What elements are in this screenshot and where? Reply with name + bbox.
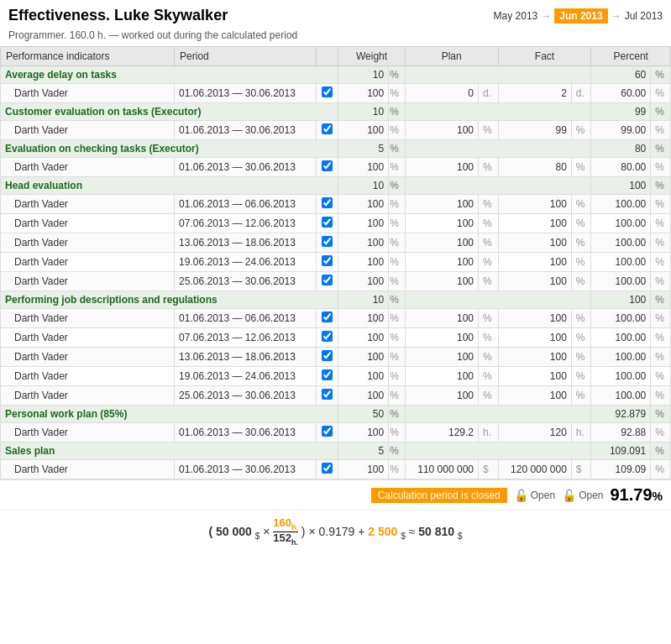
- row-weight-unit: %: [389, 233, 406, 253]
- row-fact-unit: h.: [571, 423, 591, 442]
- row-indicator: Darth Vader: [1, 121, 175, 140]
- cat-weight-pct: %: [389, 291, 406, 309]
- row-plan-unit: %: [479, 195, 499, 214]
- row-pct-end: %: [651, 272, 671, 291]
- row-weight: 100: [338, 84, 389, 103]
- row-plan-unit: %: [479, 272, 499, 291]
- row-checkbox-cell: [317, 460, 338, 479]
- open-label-1[interactable]: Open: [531, 490, 555, 501]
- cat-percent: 100: [591, 177, 651, 195]
- row-fact: 80: [498, 158, 571, 177]
- row-checkbox[interactable]: [322, 255, 333, 266]
- row-fact: 99: [498, 121, 571, 140]
- row-pct-end: %: [651, 195, 671, 214]
- formula-unit1: $: [255, 531, 260, 540]
- row-weight-unit: %: [389, 423, 406, 442]
- arrow-2: →: [611, 10, 621, 22]
- row-period: 07.06.2013 — 12.06.2013: [175, 328, 317, 348]
- row-checkbox-cell: [317, 328, 338, 348]
- cat-empty: [405, 140, 591, 158]
- row-weight: 100: [338, 253, 389, 272]
- row-checkbox[interactable]: [322, 86, 333, 97]
- th-percent: Percent: [591, 47, 671, 66]
- row-plan-unit: %: [479, 253, 499, 272]
- cat-weight: 50: [338, 406, 389, 423]
- cat-indicator: Sales plan: [1, 442, 338, 460]
- period-jun[interactable]: Jun 2013: [554, 8, 607, 24]
- row-plan-unit: %: [479, 121, 499, 140]
- row-plan: 100: [405, 272, 478, 291]
- row-checkbox[interactable]: [322, 275, 333, 285]
- closed-badge: Calculation period is closed: [371, 488, 507, 503]
- row-checkbox[interactable]: [322, 217, 333, 228]
- row-weight-unit: %: [389, 386, 406, 406]
- row-plan-unit: %: [479, 367, 499, 386]
- row-pct-end: %: [651, 348, 671, 367]
- row-checkbox-cell: [317, 121, 338, 140]
- row-period: 01.06.2013 — 30.06.2013: [175, 460, 317, 479]
- cat-pct-end: %: [651, 442, 671, 460]
- row-fact-unit: %: [571, 309, 591, 328]
- row-plan: 100: [405, 214, 478, 233]
- row-checkbox[interactable]: [322, 160, 333, 171]
- row-indicator: Darth Vader: [1, 348, 175, 367]
- row-checkbox[interactable]: [322, 426, 333, 437]
- cat-empty: [405, 177, 591, 195]
- row-fact: 100: [498, 233, 571, 253]
- row-checkbox[interactable]: [322, 312, 333, 322]
- row-checkbox[interactable]: [322, 369, 333, 380]
- cat-pct-end: %: [651, 406, 671, 423]
- row-period: 13.06.2013 — 18.06.2013: [175, 233, 317, 253]
- row-plan-unit: h.: [479, 423, 499, 442]
- row-fact: 100: [498, 328, 571, 348]
- period-may[interactable]: May 2013: [494, 10, 538, 22]
- row-checkbox[interactable]: [322, 463, 333, 474]
- open-button-1[interactable]: 🔓 Open: [514, 489, 555, 502]
- row-checkbox[interactable]: [322, 236, 333, 247]
- row-fact-unit: %: [571, 272, 591, 291]
- period-jul[interactable]: Jul 2013: [625, 10, 663, 22]
- row-checkbox[interactable]: [322, 331, 333, 342]
- open-label-2[interactable]: Open: [579, 490, 603, 501]
- row-checkbox[interactable]: [322, 123, 333, 134]
- row-pct-end: %: [651, 386, 671, 406]
- row-plan: 100: [405, 233, 478, 253]
- row-plan: 129.2: [405, 423, 478, 442]
- row-weight: 100: [338, 121, 389, 140]
- row-weight-unit: %: [389, 214, 406, 233]
- row-indicator: Darth Vader: [1, 328, 175, 348]
- cat-empty: [405, 291, 591, 309]
- table-row: Darth Vader 25.06.2013 — 30.06.2013 100 …: [1, 386, 671, 406]
- period-navigation: May 2013 → Jun 2013 → Jul 2013: [494, 8, 663, 24]
- row-weight: 100: [338, 233, 389, 253]
- category-row: Head evaluation 10 % 100 %: [1, 177, 671, 195]
- cat-weight: 5: [338, 140, 389, 158]
- lock-icon-1: 🔓: [514, 489, 528, 502]
- row-checkbox[interactable]: [322, 389, 333, 400]
- open-button-2[interactable]: 🔓 Open: [562, 489, 603, 502]
- row-fact: 100: [498, 195, 571, 214]
- row-percent: 100.00: [591, 214, 651, 233]
- row-percent: 60.00: [591, 84, 651, 103]
- row-fact-unit: %: [571, 214, 591, 233]
- row-plan: 100: [405, 328, 478, 348]
- row-period: 19.06.2013 — 24.06.2013: [175, 253, 317, 272]
- table-row: Darth Vader 01.06.2013 — 30.06.2013 100 …: [1, 84, 671, 103]
- row-weight-unit: %: [389, 121, 406, 140]
- row-fact: 100: [498, 386, 571, 406]
- cat-weight: 10: [338, 291, 389, 309]
- row-period: 01.06.2013 — 06.06.2013: [175, 195, 317, 214]
- formula-result: 50 810: [418, 525, 454, 538]
- hours-label: 160.0 h.: [70, 29, 106, 41]
- category-row: Personal work plan (85%) 50 % 92.879 %: [1, 406, 671, 423]
- row-indicator: Darth Vader: [1, 214, 175, 233]
- th-plan: Plan: [405, 47, 498, 66]
- page-header: Effectiveness. Luke Skywalker May 2013 →…: [0, 0, 671, 28]
- cat-percent: 100: [591, 291, 651, 309]
- row-percent: 100.00: [591, 328, 651, 348]
- th-fact: Fact: [498, 47, 591, 66]
- category-row: Sales plan 5 % 109.091 %: [1, 442, 671, 460]
- cat-empty: [405, 406, 591, 423]
- row-checkbox[interactable]: [322, 197, 333, 208]
- row-checkbox[interactable]: [322, 350, 333, 361]
